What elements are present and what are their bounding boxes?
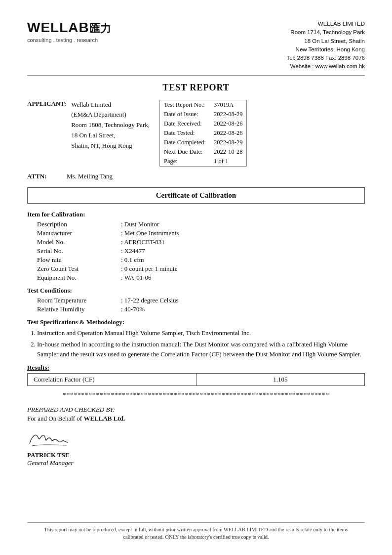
results-section: Results: Correlation Factor (CF) 1.105 (27, 364, 365, 386)
header-divider (27, 75, 365, 76)
table-row: Page: 1 of 1 (160, 157, 247, 167)
description-value: : Dust Monitor (121, 220, 159, 228)
table-row: Date Tested: 2022-08-26 (160, 128, 247, 138)
signature-image (27, 428, 72, 448)
signature-area: PATRICK TSE General Manager (27, 428, 365, 467)
list-item: Model No. : AEROCET-831 (37, 238, 365, 246)
table-row: Correlation Factor (CF) 1.105 (28, 374, 365, 386)
footer-line1: This report may not be reproduced, excep… (27, 526, 365, 534)
logo-area: WELLAB匯力 consulting . testing . research (27, 20, 111, 43)
test-conditions-title: Test Conditions: (27, 287, 365, 295)
humidity-label: Relative Humidity (37, 305, 121, 313)
zero-value: : 0 count per 1 minute (121, 265, 177, 273)
certificate-title-box: Certificate of Calibration (27, 187, 365, 204)
prepared-behalf: For and On Behalf of WELLAB Ltd. (27, 415, 365, 423)
calibration-item-section: Item for Calibration: Description : Dust… (27, 211, 365, 282)
zero-label: Zero Count Test (37, 265, 121, 273)
manufacturer-value: : Met One Instruments (121, 229, 179, 237)
flow-value: : 0.1 cfm (121, 256, 144, 264)
list-item: Description : Dust Monitor (37, 220, 365, 228)
list-item: Flow rate : 0.1 cfm (37, 256, 365, 264)
test-conditions-section: Test Conditions: Room Temperature : 17-2… (27, 287, 365, 313)
equipment-value: : WA-01-06 (121, 274, 152, 282)
calibration-item-title: Item for Calibration: (27, 211, 365, 218)
table-row: Test Report No.: 37019A (160, 100, 247, 110)
prepared-block: PREPARED AND CHECKED BY: For and On Beha… (27, 406, 365, 423)
humidity-value: : 40-70% (121, 305, 145, 313)
room-temp-value: : 17-22 degree Celsius (121, 297, 179, 304)
signatory-title: General Manager (27, 459, 365, 467)
list-item: Instruction and Operation Manual High Vo… (37, 328, 365, 338)
logo-chinese-text: 匯力 (89, 22, 111, 35)
list-item: In-house method in according to the inst… (37, 340, 365, 359)
list-item: Equipment No. : WA-01-06 (37, 274, 365, 282)
attn-row: ATTN: Ms. Meiling Tang (27, 172, 365, 180)
applicant-label: APPLICANT: (27, 100, 66, 167)
table-row: Date Completed: 2022-08-29 (160, 138, 247, 147)
equipment-label: Equipment No. (37, 274, 121, 282)
list-item: Serial No. : X24477 (37, 247, 365, 255)
stars-divider: ****************************************… (27, 391, 365, 399)
logo-wellab-text: WELLAB (27, 20, 89, 35)
list-item: Room Temperature : 17-22 degree Celsius (37, 297, 365, 304)
document-page: WELLAB匯力 consulting . testing . research… (0, 0, 392, 555)
behalf-bold: WELLAB Ltd. (83, 415, 125, 422)
certificate-title: Certificate of Calibration (156, 191, 236, 199)
logo-wellab: WELLAB匯力 (27, 20, 111, 36)
flow-label: Flow rate (37, 256, 121, 264)
header: WELLAB匯力 consulting . testing . research… (27, 20, 365, 71)
test-specs-title: Test Specifications & Methodology: (27, 318, 365, 326)
test-specs-list: Instruction and Operation Manual High Vo… (37, 328, 365, 359)
prepared-italic: PREPARED AND CHECKED BY: (27, 406, 365, 414)
applicant-section: APPLICANT: Wellab Limited (EM&A Departme… (27, 100, 365, 167)
serial-label: Serial No. (37, 247, 121, 255)
company-address: WELLAB LIMITED Room 1714, Technology Par… (286, 20, 365, 71)
test-specs-section: Test Specifications & Methodology: Instr… (27, 318, 365, 359)
applicant-left: APPLICANT: Wellab Limited (EM&A Departme… (27, 100, 150, 167)
cf-label: Correlation Factor (CF) (28, 374, 196, 386)
logo-tagline: consulting . testing . research (27, 37, 111, 43)
footer-line2: calibrated or tested. ONLY the laborator… (27, 533, 365, 541)
signatory-name: PATRICK TSE (27, 451, 365, 459)
description-label: Description (37, 220, 121, 228)
attn-name: Ms. Meiling Tang (67, 172, 113, 180)
applicant-details: Wellab Limited (EM&A Department) Room 18… (71, 100, 150, 167)
table-row: Date Received: 2022-08-26 (160, 119, 247, 128)
model-label: Model No. (37, 238, 121, 246)
list-item: Manufacturer : Met One Instruments (37, 229, 365, 237)
footer: This report may not be reproduced, excep… (27, 522, 365, 542)
serial-value: : X24477 (121, 247, 145, 255)
list-item: Relative Humidity : 40-70% (37, 305, 365, 313)
table-row: Next Due Date: 2022-10-28 (160, 147, 247, 157)
manufacturer-label: Manufacturer (37, 229, 121, 237)
results-table: Correlation Factor (CF) 1.105 (27, 373, 365, 386)
cf-value: 1.105 (196, 374, 365, 386)
room-temp-label: Room Temperature (37, 297, 121, 304)
model-value: : AEROCET-831 (121, 238, 165, 246)
test-info-table: Test Report No.: 37019A Date of Issue: 2… (159, 100, 247, 167)
results-label: Results: (27, 364, 365, 372)
behalf-text: For and On Behalf of (27, 415, 83, 422)
list-item: Zero Count Test : 0 count per 1 minute (37, 265, 365, 273)
attn-label: ATTN: (27, 172, 62, 180)
table-row: Date of Issue: 2022-08-29 (160, 110, 247, 119)
report-title: TEST REPORT (27, 83, 365, 93)
